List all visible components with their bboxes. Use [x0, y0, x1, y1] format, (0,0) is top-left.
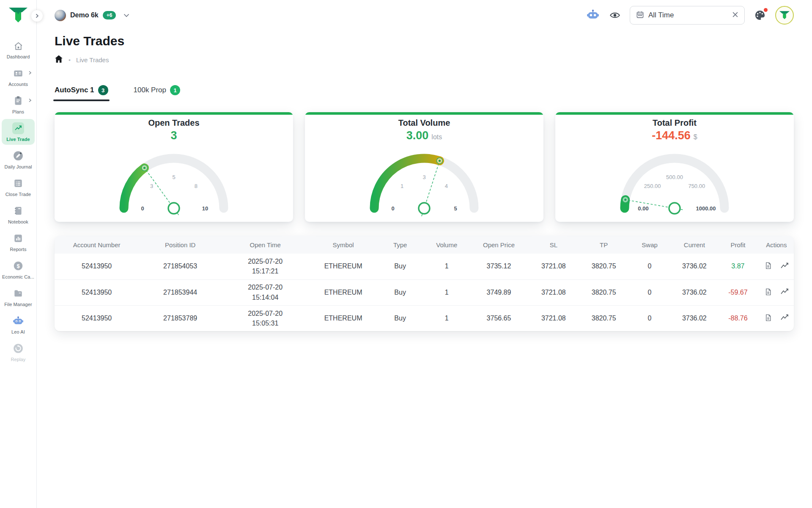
col-tp: TP: [580, 236, 628, 254]
pen-icon: [12, 150, 24, 162]
card-title: Open Trades: [55, 118, 293, 128]
cell-tp: 3820.75: [580, 254, 628, 279]
page-title: Live Trades: [55, 34, 794, 48]
sidebar-item-accounts[interactable]: Accounts: [2, 64, 35, 90]
sidebar-item-plans[interactable]: Plans: [2, 91, 35, 117]
sidebar-item-notebook[interactable]: Notebook: [2, 202, 35, 227]
sidebar-item-economic-calendar[interactable]: $ Economic Ca...: [2, 257, 35, 282]
trade-chart-button[interactable]: [779, 313, 790, 323]
cell-symbol: ETHEREUM: [309, 279, 378, 305]
cell-open-price: 3756.65: [471, 305, 527, 331]
robot-icon: [12, 315, 24, 327]
sidebar-item-label: Economic Ca...: [2, 274, 34, 279]
cell-tp: 3820.75: [580, 305, 628, 331]
trade-details-button[interactable]: [763, 261, 773, 272]
table-row: 52413950 271854053 2025-07-2015:17:21 ET…: [55, 254, 794, 279]
sidebar-item-dashboard[interactable]: Dashboard: [2, 36, 35, 62]
total-profit-gauge: 0.00250.00500.00750.001000.00: [555, 144, 794, 218]
eye-watch-button[interactable]: [609, 11, 620, 19]
svg-text:3: 3: [150, 183, 153, 189]
open-trades-card: Open Trades 3 035810: [55, 112, 293, 222]
list-icon: [12, 177, 24, 189]
home-icon[interactable]: [55, 55, 63, 65]
date-range-input[interactable]: All Time: [630, 6, 745, 25]
trade-details-button[interactable]: [763, 313, 773, 324]
id-card-icon: [12, 67, 24, 79]
col-sl: SL: [527, 236, 580, 254]
trade-chart-button[interactable]: [779, 287, 790, 298]
cell-volume: 1: [422, 305, 471, 331]
breadcrumb: • Live Trades: [55, 55, 794, 65]
chevron-right-icon: [28, 69, 32, 77]
sidebar-item-file-manager[interactable]: File Manager: [2, 284, 35, 310]
svg-text:750.00: 750.00: [688, 183, 705, 189]
trade-details-button[interactable]: [763, 287, 773, 298]
sidebar-item-label: Replay: [11, 357, 26, 362]
sidebar-nav: Dashboard Accounts: [0, 36, 36, 366]
table-row: 52413950 271853789 2025-07-2015:05:31 ET…: [55, 305, 794, 331]
theme-palette-button[interactable]: [754, 9, 766, 21]
col-type: Type: [378, 236, 423, 254]
close-icon[interactable]: [732, 11, 738, 19]
cell-open-time: 2025-07-2015:14:04: [222, 279, 309, 305]
tab-100k-prop[interactable]: 100k Prop 1: [134, 85, 181, 101]
sidebar-item-label: Daily Journal: [5, 164, 32, 169]
cell-sl: 3721.08: [527, 279, 580, 305]
card-value: -144.56: [652, 129, 691, 142]
sidebar-item-daily-journal[interactable]: Daily Journal: [2, 146, 35, 172]
tab-count-badge: 3: [98, 85, 108, 95]
dollar-circle-icon: $: [12, 260, 24, 272]
col-symbol: Symbol: [309, 236, 378, 254]
sidebar-item-leo-ai[interactable]: Leo AI: [2, 312, 35, 337]
cell-type: Buy: [378, 305, 423, 331]
sidebar-item-label: Notebook: [8, 219, 28, 224]
card-title: Total Volume: [305, 118, 543, 128]
trade-chart-button[interactable]: [779, 261, 790, 272]
sidebar-item-reports[interactable]: Reports: [2, 229, 35, 255]
cell-sl: 3721.08: [527, 254, 580, 279]
svg-text:1000.00: 1000.00: [696, 205, 716, 212]
sidebar-item-close-trade[interactable]: Close Trade: [2, 174, 35, 200]
table-header-row: Account Number Position ID Open Time Sym…: [55, 236, 794, 254]
cell-position-id: 271854053: [139, 254, 222, 279]
sidebar-collapse-button[interactable]: [31, 10, 43, 22]
main-content: Demo 6k +6: [37, 0, 812, 331]
cell-open-time: 2025-07-2015:17:21: [222, 254, 309, 279]
cell-position-id: 271853944: [139, 279, 222, 305]
card-unit: lots: [431, 133, 442, 141]
sidebar-item-replay[interactable]: Replay: [2, 339, 35, 365]
home-icon: [12, 40, 24, 52]
chevron-right-icon: [28, 97, 32, 104]
tab-autosync-1[interactable]: AutoSync 1 3: [55, 85, 108, 101]
col-open-price: Open Price: [471, 236, 527, 254]
cell-actions: [759, 305, 794, 331]
topbar-actions: All Time: [586, 6, 794, 25]
svg-text:5: 5: [454, 205, 457, 212]
card-accent-strip: [555, 112, 794, 115]
cell-symbol: ETHEREUM: [309, 305, 378, 331]
notebook-icon: [12, 205, 24, 217]
sidebar-item-live-trade[interactable]: Live Trade: [2, 119, 35, 145]
col-profit: Profit: [717, 236, 759, 254]
svg-text:1: 1: [401, 183, 403, 189]
svg-text:3: 3: [422, 174, 425, 180]
sidebar-item-label: Plans: [12, 109, 24, 114]
svg-text:5: 5: [172, 174, 175, 180]
sidebar-item-label: Live Trade: [6, 137, 30, 142]
live-trades-table: Account Number Position ID Open Time Sym…: [55, 236, 794, 331]
account-tabs: AutoSync 1 3 100k Prop 1: [55, 85, 794, 101]
clipboard-icon: [12, 95, 24, 107]
col-account-number: Account Number: [55, 236, 139, 254]
leo-ai-robot-button[interactable]: [586, 9, 600, 22]
cell-current: 3736.02: [672, 305, 717, 331]
cell-open-time: 2025-07-2015:05:31: [222, 305, 309, 331]
cell-sl: 3721.08: [527, 305, 580, 331]
profile-avatar[interactable]: [775, 6, 794, 25]
tab-count-badge: 1: [170, 85, 180, 95]
card-accent-strip: [55, 112, 293, 115]
card-accent-strip: [305, 112, 543, 115]
svg-text:8: 8: [195, 183, 198, 189]
account-selector[interactable]: Demo 6k +6: [55, 10, 129, 21]
card-value: 3: [170, 129, 177, 142]
tab-label: 100k Prop: [134, 86, 167, 94]
